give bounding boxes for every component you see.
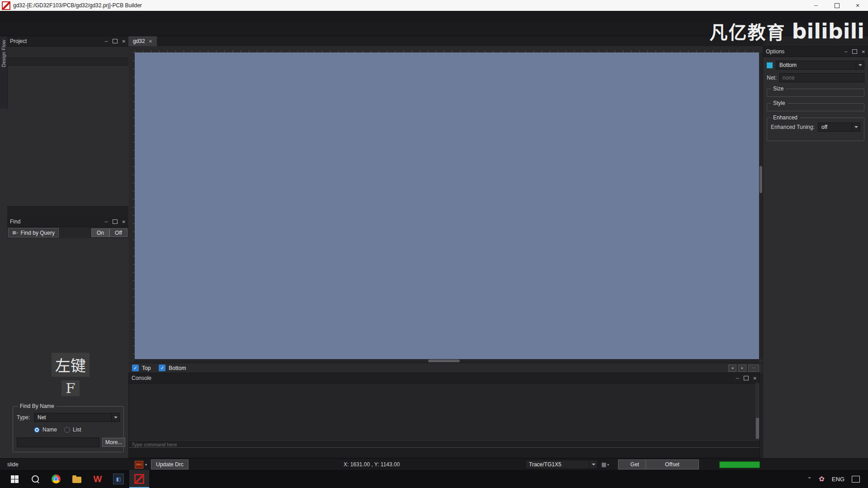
minimize-button[interactable]: ─	[806, 0, 826, 11]
grid-dropdown-icon[interactable]: ▾	[607, 463, 609, 467]
app-logo-icon	[2, 1, 10, 10]
tray-app-icon[interactable]: ✿	[819, 475, 825, 483]
left-panel: Design Flow Project ─ ✕ Find ─ ✕	[0, 36, 128, 458]
more-button[interactable]: More...	[102, 438, 125, 447]
taskbar-pcb-builder-icon[interactable]	[129, 470, 149, 488]
progress-bar	[719, 461, 760, 468]
title-bar: gd32-[E:/GD32F103/PCB/gd32/gd32.prj]-PCB…	[0, 0, 868, 11]
tab-close-icon[interactable]: ✕	[149, 39, 152, 44]
layer-visibility-row: ✓Top ✓Bottom ◂ ▸ ⋯	[128, 363, 763, 373]
find-panel-header: Find ─ ✕	[7, 217, 128, 227]
console-panel: Console ─ ✕	[128, 373, 760, 458]
status-mode: slide	[7, 459, 19, 470]
taskbar-explorer-icon[interactable]	[67, 470, 87, 488]
document-tab-bar: gd32 ✕	[128, 36, 763, 47]
taskbar-chrome-icon[interactable]	[46, 470, 66, 488]
menu-bar	[0, 11, 868, 22]
canvas-horizontal-scrollbar[interactable]	[135, 359, 759, 363]
project-close-icon[interactable]: ✕	[122, 39, 126, 44]
document-tab-gd32[interactable]: gd32 ✕	[128, 36, 157, 46]
close-button[interactable]: ✕	[847, 0, 868, 11]
active-layer-dropdown[interactable]: Bottom	[776, 61, 864, 70]
notification-center-icon[interactable]	[852, 476, 860, 483]
design-flow-tab[interactable]: Design Flow	[0, 36, 8, 109]
console-minimize-icon[interactable]: ─	[736, 376, 739, 381]
type-label: Type:	[17, 414, 34, 421]
window-title: gd32-[E:/GD32F103/PCB/gd32/gd32.prj]-PCB…	[13, 2, 142, 9]
drc-icon[interactable]: DRC	[135, 461, 143, 469]
console-scrollbar[interactable]	[755, 383, 760, 440]
options-minimize-icon[interactable]: ─	[844, 49, 848, 54]
project-minimize-icon[interactable]: ─	[105, 39, 108, 44]
find-name-input[interactable]	[17, 437, 99, 447]
offset-button[interactable]: Offset	[646, 460, 699, 469]
more-layers-icon[interactable]: ⋯	[748, 365, 759, 372]
taskbar-wps-icon[interactable]: W	[88, 470, 108, 488]
grid-icon[interactable]: ▦	[601, 461, 606, 468]
app-window: gd32-[E:/GD32F103/PCB/gd32/gd32.prj]-PCB…	[0, 0, 868, 488]
find-by-query-button[interactable]: ▦⌕ Find by Query	[8, 228, 59, 237]
key-overlay: 左键 F	[39, 353, 102, 396]
chevron-down-icon	[852, 123, 860, 131]
options-panel: Options ─ ✕ Bottom Net: Size Style	[763, 36, 868, 458]
start-button[interactable]	[5, 470, 24, 488]
canvas-vertical-scrollbar[interactable]	[759, 52, 763, 359]
radio-list[interactable]: List	[64, 426, 81, 433]
find-minimize-icon[interactable]: ─	[105, 219, 108, 224]
top-layer-checkbox[interactable]: ✓Top	[132, 365, 151, 371]
windows-taskbar: W ◧ ⌃ ✿ ENG	[0, 470, 868, 488]
maximize-button[interactable]	[826, 0, 847, 11]
net-label: Net:	[767, 75, 777, 81]
taskbar-eda-icon[interactable]: ◧	[108, 470, 128, 488]
taskbar-search-icon[interactable]	[25, 470, 45, 488]
find-close-icon[interactable]: ✕	[122, 219, 126, 224]
main-toolbar	[0, 22, 868, 36]
type-dropdown[interactable]: Net	[34, 413, 120, 422]
ruler-top	[135, 46, 759, 53]
key-overlay-f: F	[61, 380, 80, 396]
find-panel-title: Find	[10, 218, 20, 225]
console-tab-bar	[129, 447, 760, 458]
console-restore-icon[interactable]	[744, 376, 749, 380]
enhanced-group: Enhanced Enhanced Tuning: off	[767, 118, 864, 141]
key-overlay-left-click: 左键	[52, 353, 90, 377]
cursor-coordinates: X: 1631.00 , Y: 1143.00	[344, 459, 400, 470]
update-drc-button[interactable]: Update Drc	[151, 460, 189, 469]
chevron-down-icon	[111, 413, 119, 422]
scroll-right-icon[interactable]: ▸	[738, 365, 746, 372]
radio-name[interactable]: Name	[34, 426, 57, 433]
style-group: Style	[767, 103, 864, 111]
console-log[interactable]	[129, 383, 755, 441]
project-panel-title: Project	[10, 38, 27, 44]
query-grid-icon: ▦⌕	[12, 230, 19, 235]
drc-dropdown-icon[interactable]: ▾	[145, 463, 147, 467]
project-restore-icon[interactable]	[113, 39, 118, 43]
layer-color-swatch	[767, 62, 773, 68]
right-tab-strip	[763, 36, 868, 47]
options-restore-icon[interactable]	[852, 49, 857, 54]
console-close-icon[interactable]: ✕	[753, 376, 757, 381]
tray-chevron-icon[interactable]: ⌃	[807, 476, 811, 482]
options-close-icon[interactable]: ✕	[862, 49, 865, 54]
pcb-canvas[interactable]	[135, 52, 759, 359]
chevron-down-icon	[589, 460, 597, 469]
enhanced-tuning-dropdown[interactable]: off	[818, 123, 860, 132]
console-title: Console	[132, 375, 151, 381]
query-off-button[interactable]: Off	[109, 228, 127, 237]
language-indicator[interactable]: ENG	[832, 476, 844, 483]
bottom-layer-checkbox[interactable]: ✓Bottom	[159, 365, 186, 371]
find-restore-icon[interactable]	[113, 219, 118, 224]
chevron-down-icon	[856, 61, 864, 69]
find-by-name-title: Find By Name	[18, 403, 57, 409]
pcb-viewport	[128, 46, 763, 363]
query-on-button[interactable]: On	[91, 228, 109, 237]
trace-style-dropdown[interactable]: Trace/TG1X5	[525, 460, 598, 469]
find-tab-strip	[7, 206, 128, 217]
ruler-left	[128, 52, 135, 359]
ruler-corner	[128, 46, 135, 53]
size-group: Size	[767, 89, 864, 97]
scroll-left-icon[interactable]: ◂	[728, 365, 736, 372]
find-by-name-group: Find By Name Type: Net Name List More...	[13, 406, 124, 452]
project-toolbar	[7, 47, 128, 58]
options-header: Options ─ ✕	[763, 47, 868, 57]
